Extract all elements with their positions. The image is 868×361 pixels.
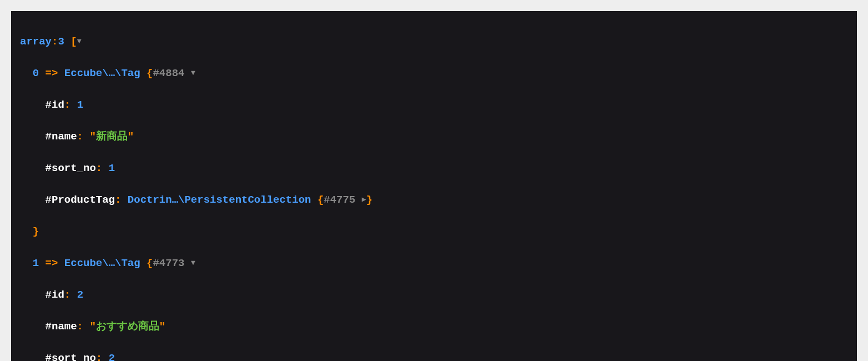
object-id: #4773 xyxy=(153,257,184,269)
close-brace: } xyxy=(20,224,848,240)
caret-down-icon[interactable]: ▼ xyxy=(77,36,82,47)
class-name: Doctrin…\PersistentCollection xyxy=(128,194,311,206)
array-keyword: array xyxy=(20,36,52,48)
array-header[interactable]: array:3 [▼ xyxy=(20,34,848,50)
property-row: #id: 2 xyxy=(20,287,848,303)
var-dump-output: array:3 [▼ 0 => Eccube\…\Tag {#4884 ▼ #i… xyxy=(11,11,857,361)
property-row: #name: "おすすめ商品" xyxy=(20,319,848,335)
property-row: #sort_no: 2 xyxy=(20,350,848,362)
property-row: #sort_no: 1 xyxy=(20,161,848,177)
object-id: #4775 xyxy=(324,194,355,206)
property-row[interactable]: #ProductTag: Doctrin…\PersistentCollecti… xyxy=(20,192,848,208)
array-item-header[interactable]: 1 => Eccube\…\Tag {#4773 ▼ xyxy=(20,255,848,272)
array-item-header[interactable]: 0 => Eccube\…\Tag {#4884 ▼ xyxy=(20,66,848,82)
object-id: #4884 xyxy=(153,67,184,79)
class-name: Eccube\…\Tag xyxy=(64,257,140,269)
property-row: #name: "新商品" xyxy=(20,129,848,145)
property-row: #id: 1 xyxy=(20,97,848,113)
caret-right-icon[interactable]: ▶ xyxy=(362,194,366,205)
caret-down-icon[interactable]: ▼ xyxy=(191,258,195,269)
caret-down-icon[interactable]: ▼ xyxy=(191,68,195,79)
class-name: Eccube\…\Tag xyxy=(64,67,140,79)
